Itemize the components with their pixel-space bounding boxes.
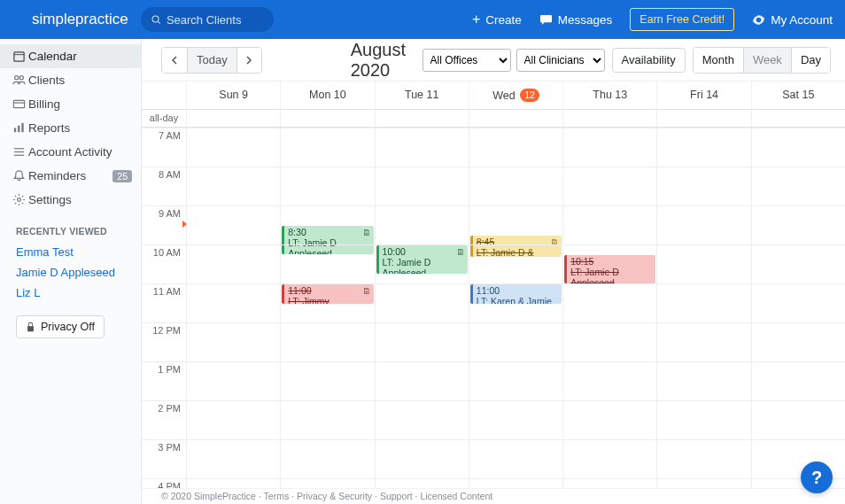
calendar-cell[interactable]: 10:15LT: Jamie D Appleseed <box>562 244 656 283</box>
calendar-cell[interactable] <box>469 439 562 478</box>
calendar-cell[interactable] <box>375 167 469 205</box>
calendar-cell[interactable] <box>562 283 656 322</box>
calendar-cell[interactable] <box>656 478 750 488</box>
next-button[interactable] <box>236 48 261 73</box>
calendar-cell[interactable] <box>656 439 750 478</box>
calendar-cell[interactable] <box>186 128 280 167</box>
calendar-cell[interactable] <box>656 244 750 283</box>
calendar-cell[interactable] <box>751 400 845 439</box>
view-day[interactable]: Day <box>791 48 830 73</box>
calendar-cell[interactable] <box>469 322 562 361</box>
availability-button[interactable]: Availability <box>612 48 686 73</box>
calendar-event[interactable]: 10:00LT: Jamie D Appleseed🗎 <box>376 245 468 274</box>
footer-link[interactable]: Licensed Content <box>420 491 492 501</box>
calendar-cell[interactable] <box>375 128 469 167</box>
calendar-cell[interactable] <box>562 439 656 478</box>
calendar-cell[interactable] <box>375 322 469 361</box>
search-box[interactable] <box>141 7 274 32</box>
sidebar-item-clients[interactable]: Clients <box>0 68 141 92</box>
view-month[interactable]: Month <box>694 48 743 73</box>
footer-link[interactable]: Support <box>380 491 413 501</box>
calendar-cell[interactable] <box>280 361 374 400</box>
calendar-cell[interactable] <box>656 128 750 167</box>
calendar-cell[interactable] <box>469 361 562 400</box>
calendar-cell[interactable] <box>656 322 750 361</box>
calendar-cell[interactable] <box>280 478 374 488</box>
calendar-cell[interactable] <box>375 361 469 400</box>
calendar-cell[interactable] <box>186 244 280 283</box>
calendar-cell[interactable] <box>186 167 280 205</box>
calendar-cell[interactable]: 8:45LT: Jamie D & Johnny D🗎 <box>469 205 562 244</box>
calendar-cell[interactable] <box>186 322 280 361</box>
calendar-cell[interactable]: 11:00LT: Karen & Jamie D <box>469 283 562 322</box>
earn-credit-button[interactable]: Earn Free Credit! <box>630 8 734 31</box>
help-button[interactable]: ? <box>801 461 833 493</box>
sidebar-item-calendar[interactable]: Calendar <box>0 44 141 68</box>
today-button[interactable]: Today <box>187 48 236 73</box>
footer-link[interactable]: Terms <box>264 491 290 501</box>
calendar-cell[interactable] <box>656 205 750 244</box>
footer-link[interactable]: Privacy & Security <box>297 491 372 501</box>
messages-button[interactable]: Messages <box>539 13 613 27</box>
sidebar-item-account-activity[interactable]: Account Activity <box>0 140 141 164</box>
office-select[interactable]: All Offices <box>422 49 511 72</box>
calendar-event[interactable]: 11:00LT: Karen & Jamie D <box>470 284 562 304</box>
calendar-cell[interactable] <box>469 478 562 488</box>
calendar-cell[interactable] <box>280 244 374 283</box>
calendar-cell[interactable]: 10:00LT: Jamie D Appleseed🗎 <box>375 244 469 283</box>
calendar-cell[interactable] <box>375 400 469 439</box>
calendar-cell[interactable] <box>280 439 374 478</box>
calendar-cell[interactable] <box>751 283 845 322</box>
calendar-cell[interactable] <box>656 167 750 205</box>
calendar-cell[interactable] <box>186 478 280 488</box>
calendar-cell[interactable] <box>562 205 656 244</box>
calendar-cell[interactable] <box>656 400 750 439</box>
calendar-cell[interactable]: 11:00LT: Jimmy Appleseed🗎 <box>280 283 374 322</box>
calendar-cell[interactable] <box>186 439 280 478</box>
calendar-cell[interactable] <box>751 361 845 400</box>
calendar-event[interactable]: 11:00LT: Jimmy Appleseed🗎 <box>282 284 373 304</box>
create-button[interactable]: +Create <box>472 12 522 27</box>
calendar-cell[interactable] <box>469 400 562 439</box>
sidebar-item-billing[interactable]: Billing <box>0 92 141 116</box>
calendar-cell[interactable] <box>469 244 562 283</box>
calendar-cell[interactable] <box>375 478 469 488</box>
sidebar-item-reminders[interactable]: Reminders25 <box>0 164 141 188</box>
calendar-cell[interactable] <box>186 205 280 244</box>
recent-item[interactable]: Jamie D Appleseed <box>0 262 141 283</box>
calendar-cell[interactable] <box>186 400 280 439</box>
calendar-cell[interactable] <box>751 167 845 205</box>
calendar-cell[interactable] <box>562 478 656 488</box>
calendar-cell[interactable] <box>656 361 750 400</box>
prev-button[interactable] <box>162 48 187 73</box>
search-input[interactable] <box>167 13 263 27</box>
sidebar-item-reports[interactable]: Reports <box>0 116 141 140</box>
calendar-cell[interactable] <box>375 283 469 322</box>
calendar-cell[interactable] <box>280 322 374 361</box>
calendar-cell[interactable] <box>375 439 469 478</box>
calendar-cell[interactable] <box>280 167 374 205</box>
calendar-cell[interactable] <box>375 205 469 244</box>
my-account-button[interactable]: My Account <box>752 13 833 27</box>
calendar-cell[interactable] <box>280 128 374 167</box>
calendar-cell[interactable] <box>751 128 845 167</box>
privacy-toggle[interactable]: Privacy Off <box>16 315 105 338</box>
calendar-cell[interactable] <box>186 283 280 322</box>
calendar-cell[interactable] <box>280 400 374 439</box>
recent-item[interactable]: Liz L <box>0 283 141 303</box>
recent-item[interactable]: Emma Test <box>0 242 141 262</box>
sidebar-item-settings[interactable]: Settings <box>0 188 141 212</box>
calendar-cell[interactable] <box>562 400 656 439</box>
brand-logo[interactable]: simplepractice <box>12 11 128 28</box>
calendar-cell[interactable] <box>562 128 656 167</box>
calendar-cell[interactable] <box>186 361 280 400</box>
calendar-cell[interactable] <box>751 322 845 361</box>
calendar-cell[interactable] <box>562 361 656 400</box>
calendar-cell[interactable] <box>562 322 656 361</box>
calendar-cell[interactable]: 8:30LT: Jamie D Appleseed🗎 <box>280 205 374 244</box>
calendar-cell[interactable] <box>751 244 845 283</box>
calendar-cell[interactable] <box>751 205 845 244</box>
calendar-event[interactable]: 10:15LT: Jamie D Appleseed <box>564 255 655 283</box>
calendar-cell[interactable] <box>469 167 562 205</box>
view-week[interactable]: Week <box>743 48 791 73</box>
